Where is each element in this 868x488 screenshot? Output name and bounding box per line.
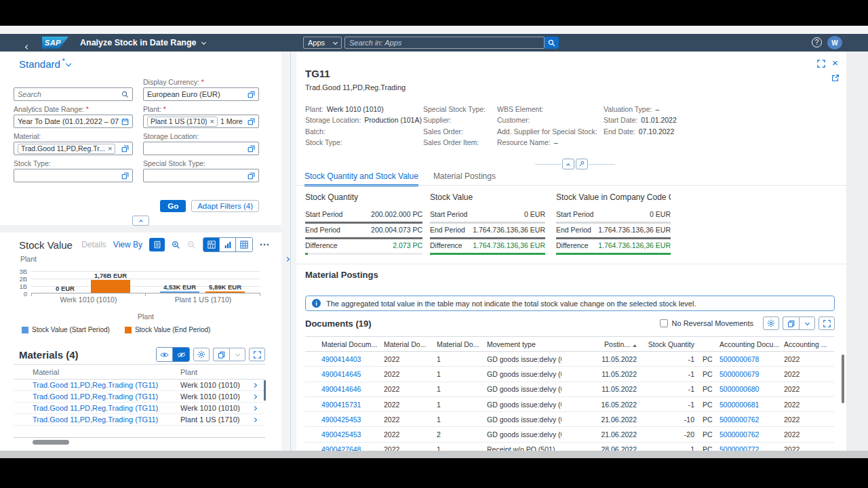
table-row[interactable]: 4900414646 2022 1 GD goods issue:delvy (…	[305, 382, 834, 397]
table-view-button[interactable]	[236, 238, 252, 251]
table-row[interactable]: 4900425453 2022 1 GD goods issue:delvy (…	[305, 412, 834, 427]
material-document-link[interactable]: 4900425453	[317, 415, 380, 424]
material-document-link[interactable]: 4900425453	[317, 430, 380, 439]
accounting-document-link[interactable]: 5000000762	[715, 415, 780, 424]
hide-details-button[interactable]	[173, 348, 189, 361]
legend-toggle-button[interactable]	[149, 238, 165, 251]
value-help-icon[interactable]	[121, 172, 129, 180]
shell-search-input[interactable]	[344, 37, 545, 49]
export-menu-button[interactable]	[229, 348, 245, 361]
open-in-new-button[interactable]	[831, 74, 840, 82]
material-link[interactable]: Trad.Good 11,PD,Reg.Trading (TG11)	[33, 415, 180, 424]
material-document-link[interactable]: 4900414646	[317, 385, 380, 393]
column-header-movement-type[interactable]: Movement type	[483, 340, 561, 348]
legend-item-start-period[interactable]: Stock Value (Start Period)	[22, 326, 110, 333]
row-navigation-icon[interactable]	[252, 394, 257, 399]
column-header-posting-date[interactable]: Postin...	[561, 340, 641, 348]
table-row[interactable]: 4900425453 2022 2 GD goods issue:delvy (…	[305, 427, 834, 442]
table-row[interactable]: 4900414645 2022 1 GD goods issue:delvy (…	[305, 367, 834, 382]
special-stock-type-input[interactable]	[143, 169, 259, 182]
hide-filter-bar-button[interactable]	[132, 216, 149, 226]
material-token[interactable]: Trad.Good 11,PD,Reg.Tr... ×	[18, 144, 115, 154]
remove-token-icon[interactable]: ×	[108, 145, 112, 152]
plant-more-tokens[interactable]: 1 More	[220, 117, 243, 125]
table-row[interactable]: 4900427648 2022 1 Receipt w/o PO (501) 2…	[305, 443, 834, 451]
column-header-accounting-year[interactable]: Accounting ...	[780, 340, 834, 348]
table-row[interactable]: 4900415731 2022 1 GD goods issue:delvy (…	[305, 397, 834, 412]
column-header-material-document[interactable]: Material Docum...	[317, 340, 380, 348]
legend-item-end-period[interactable]: Stock Value (End Period)	[125, 326, 211, 333]
value-help-icon[interactable]	[248, 118, 255, 125]
bar-column[interactable]: 1,76B EUR	[91, 272, 130, 293]
documents-settings-button[interactable]	[763, 317, 779, 330]
shell-search-button[interactable]	[545, 37, 559, 49]
export-menu-button[interactable]	[799, 317, 815, 330]
remove-token-icon[interactable]: ×	[210, 118, 214, 125]
documents-vertical-scrollbar[interactable]	[842, 354, 844, 403]
chart-view-button[interactable]	[203, 238, 220, 251]
close-panel-button[interactable]: ×	[832, 58, 838, 68]
row-navigation-icon[interactable]	[252, 417, 257, 422]
column-header-material-document-item[interactable]: Material Do...	[433, 340, 483, 348]
value-help-icon[interactable]	[248, 145, 255, 152]
bar-column[interactable]: 5,89K EUR	[205, 283, 245, 293]
value-help-icon[interactable]	[248, 172, 255, 180]
bar-start-period[interactable]	[160, 291, 199, 293]
material-document-link[interactable]: 4900415731	[317, 401, 380, 409]
table-row[interactable]: 4900414403 2022 1 GD goods issue:delvy (…	[305, 352, 834, 367]
app-title-menu[interactable]: Analyze Stock in Date Range	[80, 38, 205, 47]
table-row[interactable]: Trad.Good 11,PD,Reg.Trading (TG11) Plant…	[14, 414, 265, 426]
tab-material-postings[interactable]: Material Postings	[433, 171, 496, 186]
chart-overflow-button[interactable]	[260, 243, 269, 246]
display-currency-input[interactable]: European Euro (EUR)	[143, 87, 259, 101]
tab-stock-quantity-and-value[interactable]: Stock Quantity and Stock Value	[304, 171, 418, 186]
material-link[interactable]: Trad.Good 11,PD,Reg.Trading (TG11)	[33, 392, 180, 401]
pin-header-button[interactable]	[576, 159, 588, 169]
value-help-icon[interactable]	[121, 145, 129, 152]
details-button[interactable]: Details	[81, 240, 106, 249]
no-reversal-label[interactable]: No Reversal Movements	[672, 319, 753, 327]
column-header-plant[interactable]: Plant	[180, 368, 253, 376]
material-input[interactable]: Trad.Good 11,PD,Reg.Tr... ×	[14, 142, 133, 155]
materials-settings-button[interactable]	[193, 348, 210, 361]
plant-token[interactable]: Plant 1 US (1710) ×	[147, 117, 218, 127]
variant-selector[interactable]: Standard	[19, 58, 71, 70]
bar-column[interactable]: 0 EUR	[45, 285, 85, 293]
sap-logo[interactable]: SAP	[42, 37, 68, 49]
plant-input[interactable]: Plant 1 US (1710) × 1 More	[143, 115, 259, 128]
collapse-header-button[interactable]	[562, 159, 574, 169]
export-button[interactable]	[213, 348, 229, 361]
accounting-document-link[interactable]: 5000000680	[715, 385, 780, 393]
bar-column[interactable]: 4,53K EUR	[160, 283, 199, 293]
column-header-accounting-document[interactable]: Accounting Docu...	[715, 340, 780, 348]
column-header-material[interactable]: Material	[33, 368, 180, 376]
material-document-link[interactable]: 4900414403	[317, 355, 380, 363]
date-range-input[interactable]: Year To Date (01.01.2022 – 07.1...	[14, 115, 133, 128]
go-button[interactable]: Go	[160, 200, 186, 212]
row-navigation-icon[interactable]	[252, 405, 257, 410]
help-button[interactable]: ?	[812, 37, 822, 47]
adapt-filters-button[interactable]: Adapt Filters (4)	[191, 200, 259, 212]
bar-chart-view-button[interactable]	[220, 238, 236, 251]
accounting-document-link[interactable]: 5000000678	[715, 355, 780, 363]
view-by-button[interactable]: View By	[113, 240, 142, 249]
bar-chart-plot[interactable]: 0 EUR 1,76B EUR 4,53K EUR 5,89K EUR	[31, 271, 260, 293]
zoom-out-button[interactable]	[187, 241, 196, 249]
bar-end-period[interactable]	[205, 291, 245, 293]
accounting-document-link[interactable]: 5000000772	[715, 445, 780, 451]
value-help-icon[interactable]	[248, 91, 255, 98]
material-document-link[interactable]: 4900427648	[317, 445, 380, 451]
material-document-link[interactable]: 4900414645	[317, 370, 380, 378]
user-avatar[interactable]: W	[827, 36, 842, 49]
column-header-stock-quantity[interactable]: Stock Quantity	[641, 340, 698, 348]
accounting-document-link[interactable]: 5000000762	[715, 430, 780, 439]
materials-fullscreen-button[interactable]	[249, 348, 265, 361]
table-row[interactable]: Trad.Good 11,PD,Reg.Trading (TG11) Werk …	[14, 391, 265, 403]
search-scope-select[interactable]: Apps	[303, 37, 342, 49]
row-navigation-icon[interactable]	[252, 382, 257, 387]
search-input[interactable]	[18, 90, 119, 98]
table-row[interactable]: Trad.Good 11,PD,Reg.Trading (TG11) Werk …	[14, 403, 265, 414]
expand-panel-arrow[interactable]	[285, 251, 289, 264]
panel-splitter[interactable]	[281, 52, 296, 451]
stock-type-input[interactable]	[14, 169, 133, 182]
